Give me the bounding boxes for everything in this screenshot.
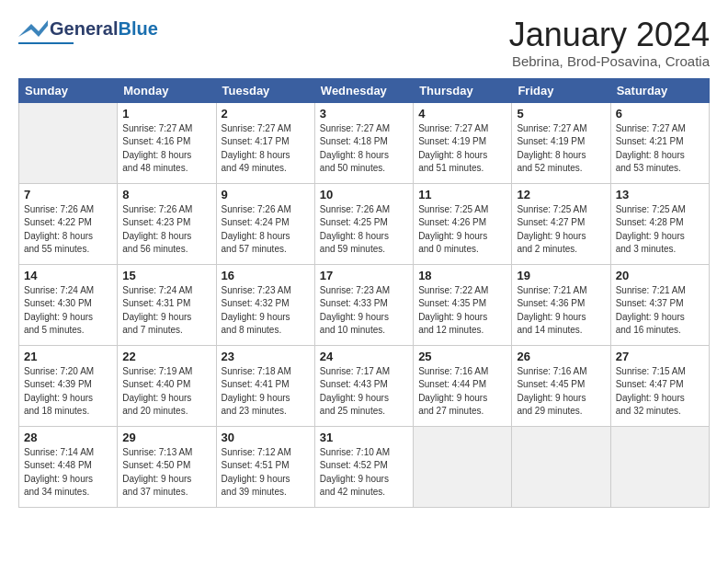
day-cell: 15Sunrise: 7:24 AM Sunset: 4:31 PM Dayli… xyxy=(118,264,216,345)
day-number: 27 xyxy=(616,350,704,363)
day-info: Sunrise: 7:25 AM Sunset: 4:28 PM Dayligh… xyxy=(616,203,704,257)
day-info: Sunrise: 7:27 AM Sunset: 4:17 PM Dayligh… xyxy=(222,122,310,176)
day-number: 9 xyxy=(222,188,310,201)
day-cell: 10Sunrise: 7:26 AM Sunset: 4:25 PM Dayli… xyxy=(314,183,413,264)
day-number: 14 xyxy=(24,269,112,282)
day-number: 2 xyxy=(222,107,310,121)
day-number: 10 xyxy=(320,188,408,201)
logo-text: GeneralBlue xyxy=(18,17,158,40)
day-cell: 20Sunrise: 7:21 AM Sunset: 4:37 PM Dayli… xyxy=(610,264,709,345)
day-info: Sunrise: 7:26 AM Sunset: 4:23 PM Dayligh… xyxy=(122,203,210,257)
weekday-friday: Friday xyxy=(512,78,610,102)
day-number: 19 xyxy=(517,269,605,282)
day-info: Sunrise: 7:21 AM Sunset: 4:37 PM Dayligh… xyxy=(616,284,704,338)
day-info: Sunrise: 7:12 AM Sunset: 4:51 PM Dayligh… xyxy=(222,446,310,500)
day-cell: 29Sunrise: 7:13 AM Sunset: 4:50 PM Dayli… xyxy=(118,426,216,507)
day-number: 17 xyxy=(320,269,408,282)
weekday-thursday: Thursday xyxy=(414,78,512,102)
day-number: 16 xyxy=(222,269,310,282)
day-number: 25 xyxy=(418,350,506,363)
weekday-wednesday: Wednesday xyxy=(314,78,413,102)
day-cell: 2Sunrise: 7:27 AM Sunset: 4:17 PM Daylig… xyxy=(216,102,314,183)
day-number: 26 xyxy=(517,350,605,363)
day-info: Sunrise: 7:16 AM Sunset: 4:44 PM Dayligh… xyxy=(418,365,506,419)
day-cell: 5Sunrise: 7:27 AM Sunset: 4:19 PM Daylig… xyxy=(512,102,610,183)
week-row-1: 7Sunrise: 7:26 AM Sunset: 4:22 PM Daylig… xyxy=(19,183,710,264)
logo-divider xyxy=(18,42,74,44)
day-number: 18 xyxy=(418,269,506,282)
day-number: 31 xyxy=(320,431,408,444)
day-info: Sunrise: 7:24 AM Sunset: 4:30 PM Dayligh… xyxy=(24,284,112,338)
day-info: Sunrise: 7:13 AM Sunset: 4:50 PM Dayligh… xyxy=(122,446,210,500)
weekday-header-row: SundayMondayTuesdayWednesdayThursdayFrid… xyxy=(19,78,710,102)
day-info: Sunrise: 7:20 AM Sunset: 4:39 PM Dayligh… xyxy=(24,365,112,419)
week-row-4: 28Sunrise: 7:14 AM Sunset: 4:48 PM Dayli… xyxy=(19,426,710,507)
day-number: 22 xyxy=(122,350,210,363)
day-info: Sunrise: 7:16 AM Sunset: 4:45 PM Dayligh… xyxy=(517,365,605,419)
week-row-2: 14Sunrise: 7:24 AM Sunset: 4:30 PM Dayli… xyxy=(19,264,710,345)
day-cell xyxy=(19,102,118,183)
day-info: Sunrise: 7:15 AM Sunset: 4:47 PM Dayligh… xyxy=(616,365,704,419)
logo-icon xyxy=(18,17,48,40)
day-info: Sunrise: 7:26 AM Sunset: 4:22 PM Dayligh… xyxy=(24,203,112,257)
day-number: 4 xyxy=(418,107,506,121)
day-cell: 25Sunrise: 7:16 AM Sunset: 4:44 PM Dayli… xyxy=(414,345,512,426)
day-number: 13 xyxy=(616,188,704,201)
day-cell xyxy=(610,426,709,507)
day-number: 5 xyxy=(517,107,605,121)
subtitle: Bebrina, Brod-Posavina, Croatia xyxy=(509,53,710,69)
day-number: 6 xyxy=(616,107,704,121)
day-info: Sunrise: 7:25 AM Sunset: 4:27 PM Dayligh… xyxy=(517,203,605,257)
day-number: 3 xyxy=(320,107,408,121)
day-info: Sunrise: 7:26 AM Sunset: 4:25 PM Dayligh… xyxy=(320,203,408,257)
weekday-sunday: Sunday xyxy=(19,78,118,102)
day-cell: 16Sunrise: 7:23 AM Sunset: 4:32 PM Dayli… xyxy=(216,264,314,345)
day-cell: 12Sunrise: 7:25 AM Sunset: 4:27 PM Dayli… xyxy=(512,183,610,264)
day-info: Sunrise: 7:27 AM Sunset: 4:21 PM Dayligh… xyxy=(616,122,704,176)
day-cell: 27Sunrise: 7:15 AM Sunset: 4:47 PM Dayli… xyxy=(610,345,709,426)
day-cell: 14Sunrise: 7:24 AM Sunset: 4:30 PM Dayli… xyxy=(19,264,118,345)
day-cell: 17Sunrise: 7:23 AM Sunset: 4:33 PM Dayli… xyxy=(314,264,413,345)
header: GeneralBlue January 2024 Bebrina, Brod-P… xyxy=(18,17,710,69)
day-cell: 13Sunrise: 7:25 AM Sunset: 4:28 PM Dayli… xyxy=(610,183,709,264)
day-cell xyxy=(414,426,512,507)
weekday-monday: Monday xyxy=(118,78,216,102)
calendar-table: SundayMondayTuesdayWednesdayThursdayFrid… xyxy=(18,78,710,508)
day-cell: 8Sunrise: 7:26 AM Sunset: 4:23 PM Daylig… xyxy=(118,183,216,264)
day-cell: 7Sunrise: 7:26 AM Sunset: 4:22 PM Daylig… xyxy=(19,183,118,264)
day-cell: 4Sunrise: 7:27 AM Sunset: 4:19 PM Daylig… xyxy=(414,102,512,183)
week-row-0: 1Sunrise: 7:27 AM Sunset: 4:16 PM Daylig… xyxy=(19,102,710,183)
weekday-tuesday: Tuesday xyxy=(216,78,314,102)
day-cell: 26Sunrise: 7:16 AM Sunset: 4:45 PM Dayli… xyxy=(512,345,610,426)
day-number: 1 xyxy=(122,107,210,121)
day-info: Sunrise: 7:10 AM Sunset: 4:52 PM Dayligh… xyxy=(320,446,408,500)
day-info: Sunrise: 7:27 AM Sunset: 4:19 PM Dayligh… xyxy=(517,122,605,176)
day-number: 11 xyxy=(418,188,506,201)
title-block: January 2024 Bebrina, Brod-Posavina, Cro… xyxy=(509,17,710,69)
day-number: 21 xyxy=(24,350,112,363)
day-info: Sunrise: 7:27 AM Sunset: 4:16 PM Dayligh… xyxy=(122,122,210,176)
day-info: Sunrise: 7:19 AM Sunset: 4:40 PM Dayligh… xyxy=(122,365,210,419)
day-number: 7 xyxy=(24,188,112,201)
day-cell: 28Sunrise: 7:14 AM Sunset: 4:48 PM Dayli… xyxy=(19,426,118,507)
day-info: Sunrise: 7:27 AM Sunset: 4:19 PM Dayligh… xyxy=(418,122,506,176)
day-info: Sunrise: 7:14 AM Sunset: 4:48 PM Dayligh… xyxy=(24,446,112,500)
svg-marker-0 xyxy=(18,20,48,37)
day-cell: 6Sunrise: 7:27 AM Sunset: 4:21 PM Daylig… xyxy=(610,102,709,183)
day-info: Sunrise: 7:25 AM Sunset: 4:26 PM Dayligh… xyxy=(418,203,506,257)
day-cell: 1Sunrise: 7:27 AM Sunset: 4:16 PM Daylig… xyxy=(118,102,216,183)
day-number: 24 xyxy=(320,350,408,363)
day-info: Sunrise: 7:17 AM Sunset: 4:43 PM Dayligh… xyxy=(320,365,408,419)
logo-name-general: General xyxy=(50,19,118,38)
day-cell xyxy=(512,426,610,507)
weekday-saturday: Saturday xyxy=(610,78,709,102)
day-number: 28 xyxy=(24,431,112,444)
day-info: Sunrise: 7:18 AM Sunset: 4:41 PM Dayligh… xyxy=(222,365,310,419)
day-number: 30 xyxy=(222,431,310,444)
day-cell: 21Sunrise: 7:20 AM Sunset: 4:39 PM Dayli… xyxy=(19,345,118,426)
day-number: 23 xyxy=(222,350,310,363)
day-cell: 3Sunrise: 7:27 AM Sunset: 4:18 PM Daylig… xyxy=(314,102,413,183)
day-cell: 31Sunrise: 7:10 AM Sunset: 4:52 PM Dayli… xyxy=(314,426,413,507)
month-title: January 2024 xyxy=(509,17,710,53)
day-cell: 22Sunrise: 7:19 AM Sunset: 4:40 PM Dayli… xyxy=(118,345,216,426)
